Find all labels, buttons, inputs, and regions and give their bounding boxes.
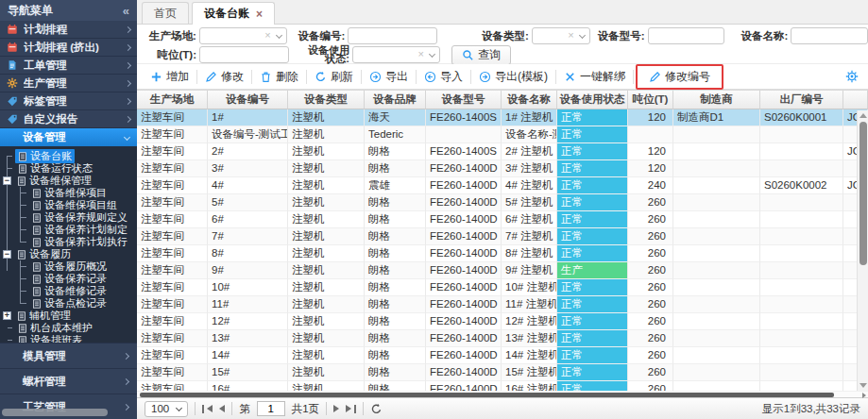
vertical-scrollbar-thumb[interactable] [859,122,867,265]
sidebar-tree: 设备台账设备运行状态−设备维保管理设备维保项目设备维保项目组设备保养规则定义设备… [0,146,137,343]
column-header-blank[interactable] [843,91,868,109]
page-number-input[interactable] [257,401,285,416]
table-row[interactable]: 注塑车间10#注塑机朗格FE260-1400D10# 注塑机正常260 [137,279,868,296]
sidebar-item-equipment-management[interactable]: 设备管理 [0,128,137,146]
导出(模板)-button[interactable]: 导出(模板) [471,67,555,87]
table-cell: FE260-1400D [426,330,502,347]
column-header-制造商[interactable]: 制造商 [673,91,760,109]
table-cell: 正常 [557,245,628,262]
table-row[interactable]: 注塑车间1#注塑机海天FE260-1400S1# 注塑机正常120制造商D1S0… [137,109,868,126]
close-icon[interactable]: × [256,9,263,19]
collapse-icon[interactable]: − [3,176,11,185]
sidebar-collapse-icon[interactable]: « [123,4,129,18]
sidebar-horizontal-scrollbar-thumb[interactable] [2,409,108,416]
增加-button[interactable]: 增加 [143,67,196,87]
column-header-设备品牌[interactable]: 设备品牌 [365,91,426,109]
horizontal-scrollbar[interactable] [137,391,868,397]
table-row[interactable]: 注塑车间16#注塑机朗格FE260-1400D16# 注塑机正常260 [137,381,868,391]
table-row[interactable]: 注塑车间3#注塑机朗格FE260-1400D3# 注塑机正常120 [137,160,868,177]
sidebar-item-螺杆管理[interactable]: 螺杆管理 [0,368,137,394]
table-row[interactable]: 注塑车间14#注塑机朗格FE260-1400D14# 注塑机正常260 [137,347,868,364]
grid-settings-gear-icon[interactable] [845,70,859,83]
tree-item-设备排班表[interactable]: 设备排班表 [0,334,137,343]
table-row[interactable]: 注塑车间8#注塑机朗格FE260-1400D8# 注塑机正常260 [137,245,868,262]
last-page-button[interactable] [346,405,356,413]
sidebar-item-生产管理[interactable]: 生产管理 [0,75,137,92]
sidebar-item-工单管理[interactable]: 工单管理 [0,57,137,75]
table-row[interactable]: 注塑车间6#注塑机朗格FE260-1400D6# 注塑机正常260 [137,211,868,228]
search-button-label: 查询 [478,47,501,63]
production-site-combo-input[interactable] [200,28,286,43]
table-cell: 朗格 [365,245,426,262]
table-cell: 4# 注塑机 [502,177,557,194]
usage-status-combo-input[interactable] [353,47,439,62]
chevron-down-icon [176,404,182,411]
clear-icon[interactable]: × [264,29,270,41]
column-header-设备使用状态[interactable]: 设备使用状态 [557,91,628,109]
table-row[interactable]: 注塑车间4#注塑机震雄FE260-1400D4# 注塑机正常240S0260K0… [137,177,868,194]
table-row[interactable]: 注塑车间15#注塑机朗格FE260-1400D15# 注塑机正常260 [137,364,868,381]
prev-page-button[interactable] [219,405,225,412]
sidebar-item-模具管理[interactable]: 模具管理 [0,343,137,368]
sidebar-item-计划排程[interactable]: 计划排程 [0,21,137,39]
table-row[interactable]: 注塑车间设备编号-测试工位关注塑机Tederic设备名称-测试正常 [137,126,868,143]
column-header-设备编号[interactable]: 设备编号 [208,91,288,109]
tab-首页[interactable]: 首页 [142,2,189,24]
expand-icon[interactable]: + [3,311,11,320]
table-cell: 15# [208,364,288,381]
horizontal-scrollbar-thumb[interactable] [140,393,834,397]
table-cell [673,262,760,279]
scroll-down-icon[interactable] [859,383,867,388]
chevron-right-icon [125,115,131,122]
device-no-input[interactable] [349,28,436,43]
production-site-combo[interactable]: × [199,27,287,44]
first-page-button[interactable] [202,405,213,413]
equipment-table: 生产场地设备编号设备类型设备品牌设备型号设备名称设备使用状态吨位(T)制造商出厂… [137,91,868,391]
column-header-吨位(T)[interactable]: 吨位(T) [628,91,673,109]
导入-button[interactable]: 导入 [417,67,470,87]
device-model-input[interactable] [649,28,724,43]
table-row[interactable]: 注塑车间13#注塑机朗格FE260-1400D13# 注塑机正常260 [137,330,868,347]
table-row[interactable]: 注塑车间11#注塑机朗格FE260-1400D11# 注塑机正常260 [137,296,868,313]
scroll-up-icon[interactable] [859,113,867,118]
tonnage-input[interactable] [200,47,288,62]
table-cell: 正常 [557,330,628,347]
page-size-select[interactable]: 100 [145,401,188,417]
table-row[interactable]: 注塑车间12#注塑机朗格FE260-1400D12# 注塑机正常260 [137,313,868,330]
column-header-出厂编号[interactable]: 出厂编号 [760,91,843,109]
修改编号-button[interactable]: 修改编号 [641,67,718,87]
sidebar-item-标签管理[interactable]: 标签管理 [0,92,137,110]
column-header-生产场地[interactable]: 生产场地 [137,91,208,109]
table-cell: 注塑机 [288,245,365,262]
刷新-button[interactable]: 刷新 [307,67,361,87]
一键解绑-button[interactable]: 一键解绑 [556,67,633,87]
table-cell: FE260-1400D [426,279,502,296]
search-button[interactable]: 查询 [451,45,511,65]
vertical-scrollbar[interactable] [857,110,868,391]
device-type-combo[interactable]: × [532,27,590,44]
sidebar-item-自定义报告[interactable]: 自定义报告 [0,110,137,128]
sidebar-item-计划排程 (挤出)[interactable]: 计划排程 (挤出) [0,39,137,57]
next-page-button[interactable] [333,405,339,412]
scroll-right-icon[interactable] [862,393,866,398]
table-row[interactable]: 注塑车间5#注塑机朗格FE260-1400D5# 注塑机正常260 [137,194,868,211]
column-header-设备名称[interactable]: 设备名称 [502,91,557,109]
table-cell: FE260-1400D [426,381,502,391]
column-header-设备型号[interactable]: 设备型号 [426,91,502,109]
修改-button[interactable]: 修改 [197,67,251,87]
clear-icon[interactable]: × [418,48,424,59]
table-row[interactable]: 注塑车间7#注塑机朗格FE260-1400D7# 注塑机正常260 [137,228,868,245]
删除-button[interactable]: 删除 [252,67,306,87]
column-header-设备类型[interactable]: 设备类型 [288,91,365,109]
collapse-icon[interactable]: − [3,250,11,259]
tab-设备台账[interactable]: 设备台账× [192,2,275,25]
table-cell: 正常 [557,347,628,364]
table-cell: 注塑车间 [137,109,208,126]
clear-icon[interactable]: × [568,29,573,41]
device-name-input[interactable] [791,28,867,43]
refresh-page-icon[interactable] [370,403,383,415]
table-row[interactable]: 注塑车间2#注塑机朗格FE260-1400S2# 注塑机正常120JC [137,143,868,160]
usage-status-combo[interactable]: × [352,46,440,63]
table-row[interactable]: 注塑车间9#注塑机朗格FE260-1400D9# 注塑机生产260 [137,262,868,279]
导出-button[interactable]: 导出 [362,67,416,87]
